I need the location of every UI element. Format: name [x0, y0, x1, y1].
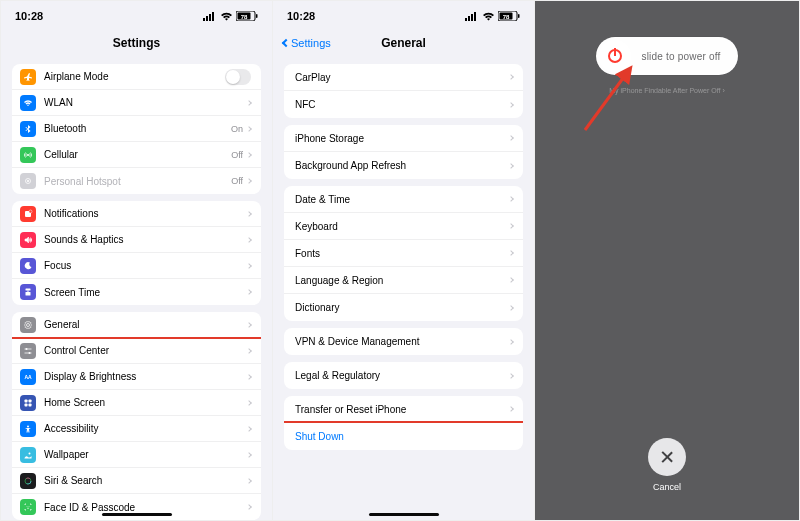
row-screen-time[interactable]: Screen Time — [12, 279, 261, 305]
row-datetime[interactable]: Date & Time — [284, 186, 523, 213]
svg-rect-2 — [209, 14, 211, 21]
settings-group: Date & TimeKeyboardFontsLanguage & Regio… — [284, 186, 523, 321]
svg-text:AA: AA — [24, 374, 32, 380]
row-label: Control Center — [44, 345, 247, 356]
row-airplane[interactable]: Airplane Mode — [12, 64, 261, 90]
signal-icon — [465, 12, 479, 21]
chevron-right-icon — [246, 100, 252, 106]
row-lang[interactable]: Language & Region — [284, 267, 523, 294]
row-carplay[interactable]: CarPlay — [284, 64, 523, 91]
row-label: Personal Hotspot — [44, 176, 231, 187]
svg-point-31 — [27, 506, 28, 507]
row-label: VPN & Device Management — [295, 336, 509, 347]
row-label: Language & Region — [295, 275, 509, 286]
row-label: Cellular — [44, 149, 231, 160]
settings-scroll[interactable]: Airplane ModeWLANBluetoothOnCellularOffP… — [1, 57, 272, 520]
row-storage[interactable]: iPhone Storage — [284, 125, 523, 152]
status-bar: 10:28 78 — [1, 1, 272, 31]
svg-rect-25 — [29, 403, 32, 406]
siri-icon — [20, 473, 36, 489]
row-vpn[interactable]: VPN & Device Management — [284, 328, 523, 355]
chevron-left-icon — [282, 39, 290, 47]
chevron-right-icon — [246, 374, 252, 380]
wallpaper-icon — [20, 447, 36, 463]
row-label: Date & Time — [295, 194, 509, 205]
svg-rect-35 — [471, 14, 473, 21]
settings-group: GeneralControl CenterAADisplay & Brightn… — [12, 312, 261, 520]
display-icon: AA — [20, 369, 36, 385]
chevron-right-icon — [246, 452, 252, 458]
row-cellular[interactable]: CellularOff — [12, 142, 261, 168]
row-label: Face ID & Passcode — [44, 502, 247, 513]
svg-point-16 — [27, 323, 30, 326]
row-legal[interactable]: Legal & Regulatory — [284, 362, 523, 389]
row-general[interactable]: General — [12, 312, 261, 338]
row-label: Bluetooth — [44, 123, 231, 134]
power-off-panel: slide to power off My iPhone Findable Af… — [535, 1, 799, 520]
chevron-right-icon — [246, 263, 252, 269]
slide-to-power-off[interactable]: slide to power off — [596, 37, 738, 75]
slide-label: slide to power off — [631, 51, 735, 62]
cellular-icon — [20, 147, 36, 163]
row-label: Dictionary — [295, 302, 509, 313]
sounds-icon — [20, 232, 36, 248]
chevron-right-icon — [508, 163, 514, 169]
row-label: Airplane Mode — [44, 71, 225, 82]
chevron-right-icon — [508, 102, 514, 108]
svg-rect-33 — [465, 18, 467, 21]
row-faceid[interactable]: Face ID & Passcode — [12, 494, 261, 520]
chevron-right-icon — [246, 322, 252, 328]
svg-point-27 — [29, 452, 31, 454]
back-button[interactable]: Settings — [283, 37, 331, 49]
row-accessibility[interactable]: Accessibility — [12, 416, 261, 442]
row-bluetooth[interactable]: BluetoothOn — [12, 116, 261, 142]
chevron-right-icon — [246, 178, 252, 184]
row-label: Fonts — [295, 248, 509, 259]
row-notifications[interactable]: Notifications — [12, 201, 261, 227]
row-display[interactable]: AADisplay & Brightness — [12, 364, 261, 390]
settings-group: CarPlayNFC — [284, 64, 523, 118]
power-slider-knob[interactable] — [599, 40, 631, 72]
row-keyboard[interactable]: Keyboard — [284, 213, 523, 240]
row-dict[interactable]: Dictionary — [284, 294, 523, 321]
row-siri[interactable]: Siri & Search — [12, 468, 261, 494]
page-title: General — [381, 36, 426, 50]
row-shutdown[interactable]: Shut Down — [284, 423, 523, 450]
row-sounds[interactable]: Sounds & Haptics — [12, 227, 261, 253]
general-scroll[interactable]: CarPlayNFCiPhone StorageBackground App R… — [273, 57, 534, 520]
row-bg-refresh[interactable]: Background App Refresh — [284, 152, 523, 179]
wlan-icon — [20, 95, 36, 111]
row-focus[interactable]: Focus — [12, 253, 261, 279]
row-reset[interactable]: Transfer or Reset iPhone — [284, 396, 523, 423]
row-hotspot[interactable]: Personal HotspotOff — [12, 168, 261, 194]
row-label: Keyboard — [295, 221, 509, 232]
airplane-switch[interactable] — [225, 69, 251, 85]
status-right: 78 — [465, 11, 520, 21]
wifi-icon — [482, 12, 495, 21]
accessibility-icon — [20, 421, 36, 437]
cancel-button[interactable] — [648, 438, 686, 476]
row-control-center[interactable]: Control Center — [12, 338, 261, 364]
settings-root-panel: 10:28 78 Settings Airplane ModeWLANBluet… — [1, 1, 273, 520]
findable-hint[interactable]: My iPhone Findable After Power Off › — [609, 87, 724, 94]
row-home-screen[interactable]: Home Screen — [12, 390, 261, 416]
chevron-right-icon — [246, 126, 252, 132]
chevron-right-icon — [508, 373, 514, 379]
row-label: CarPlay — [295, 72, 509, 83]
svg-point-26 — [27, 425, 29, 427]
row-label: iPhone Storage — [295, 133, 509, 144]
row-label: NFC — [295, 99, 509, 110]
row-nfc[interactable]: NFC — [284, 91, 523, 118]
row-fonts[interactable]: Fonts — [284, 240, 523, 267]
row-label: Wallpaper — [44, 449, 247, 460]
hotspot-icon — [20, 173, 36, 189]
battery-icon: 78 — [236, 11, 258, 21]
status-time: 10:28 — [287, 10, 315, 22]
row-label: WLAN — [44, 97, 247, 108]
airplane-icon — [20, 69, 36, 85]
row-detail: Off — [231, 176, 243, 186]
control-center-icon — [20, 343, 36, 359]
settings-group: VPN & Device Management — [284, 328, 523, 355]
row-wlan[interactable]: WLAN — [12, 90, 261, 116]
row-wallpaper[interactable]: Wallpaper — [12, 442, 261, 468]
